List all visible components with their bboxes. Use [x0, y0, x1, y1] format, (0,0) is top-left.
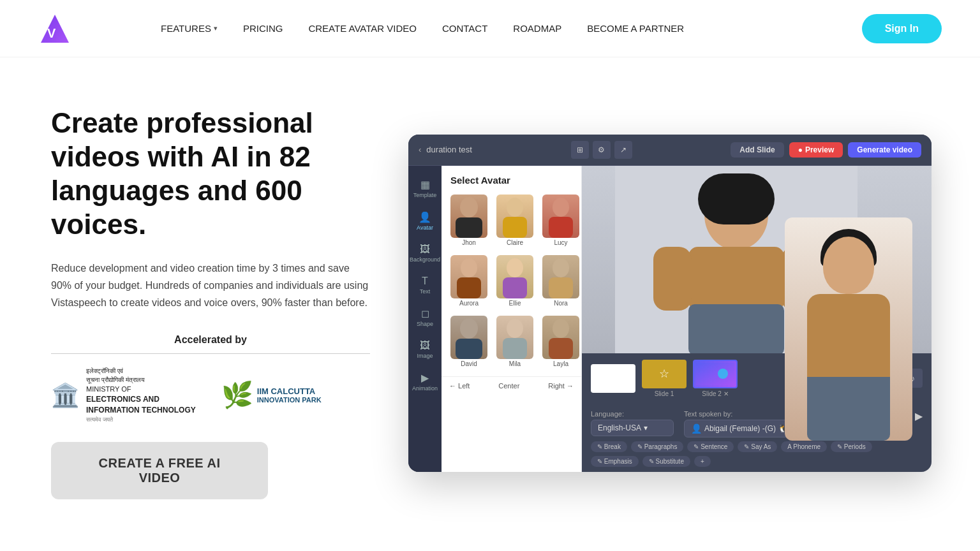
- record-button[interactable]: ▶: [915, 410, 923, 422]
- music-tool-button[interactable]: ♪: [903, 369, 923, 388]
- avatar-name-david: David: [461, 360, 477, 367]
- image-icon: 🖼: [420, 340, 430, 351]
- app-body: ▦ Template 👤 Avatar 🖼 Background T Text: [408, 166, 932, 472]
- svg-rect-17: [503, 338, 527, 359]
- voice-avatar-icon: 👤: [691, 423, 702, 434]
- back-arrow-icon[interactable]: ‹: [419, 145, 421, 154]
- text-tools: ✎ Break ✎ Paragraphs ✎ Sentence ✎ Say As…: [591, 441, 923, 467]
- accelerated-section: Accelerated by 🏛️ इलेक्ट्रॉनिकी एवं सूचन…: [51, 334, 370, 424]
- add-slide-button[interactable]: Add Slide: [731, 142, 783, 158]
- avatar-grid: Jhon Claire Lucy: [442, 192, 581, 376]
- tool-paragraphs[interactable]: ✎ Paragraphs: [631, 441, 683, 452]
- avatar-item-lucy[interactable]: Lucy: [540, 192, 582, 249]
- sidebar-item-text[interactable]: T Text: [411, 270, 439, 300]
- signin-button[interactable]: Sign In: [862, 14, 942, 43]
- shape-icon: ◻: [421, 307, 429, 320]
- language-label: Language:: [591, 410, 674, 418]
- avatar-item-ellie[interactable]: Ellie: [494, 253, 536, 309]
- tool-break[interactable]: ✎ Break: [591, 441, 627, 452]
- nav-create-avatar[interactable]: CREATE AVATAR VIDEO: [308, 23, 416, 34]
- slide-wrapper-1: [591, 364, 635, 393]
- sidebar-item-image[interactable]: 🖼 Image: [411, 335, 439, 364]
- generate-button[interactable]: Generate video: [848, 142, 921, 158]
- avatar-item-aurora[interactable]: Aurora: [448, 253, 490, 309]
- svg-rect-3: [456, 217, 482, 238]
- slide-tools: T ♪: [879, 369, 923, 388]
- avatar-item-layla[interactable]: Layla: [540, 313, 582, 370]
- svg-point-18: [553, 319, 569, 338]
- app-header: ‹ duration test ⊞ ⚙ ↗ Add Slide ● Previe…: [408, 135, 932, 166]
- avatar-item-jhon[interactable]: Jhon: [448, 192, 490, 249]
- logo[interactable]: V: [38, 12, 71, 45]
- hero-right: ‹ duration test ⊞ ⚙ ↗ Add Slide ● Previe…: [408, 135, 932, 472]
- svg-point-12: [553, 258, 569, 277]
- avatar-item-nora[interactable]: Nora: [540, 253, 582, 309]
- position-left-button[interactable]: ← Left: [449, 382, 470, 390]
- sidebar-item-shape[interactable]: ◻ Shape: [411, 302, 439, 332]
- svg-rect-11: [503, 277, 527, 298]
- position-center-button[interactable]: Center: [498, 382, 519, 390]
- avatar-item-claire[interactable]: Claire: [494, 192, 536, 249]
- language-row: Language: English-USA ▾ Text spoken by: …: [591, 410, 923, 437]
- avatar-item-david[interactable]: David: [448, 313, 490, 370]
- avatar-preview: ▶: [582, 166, 932, 353]
- app-sidebar: ▦ Template 👤 Avatar 🖼 Background T Text: [408, 166, 442, 472]
- avatar-video: [615, 166, 858, 353]
- nav-pricing[interactable]: PRICING: [243, 23, 283, 34]
- breadcrumb: duration test: [426, 145, 472, 154]
- sidebar-item-animation[interactable]: ▶ Animation: [411, 367, 439, 397]
- nav-features[interactable]: FEATURES ▾: [161, 23, 218, 34]
- text-tool-button[interactable]: T: [879, 369, 898, 388]
- emblem-icon: 🏛️: [51, 382, 80, 409]
- avatar-name-layla: Layla: [553, 360, 568, 367]
- app-header-left: ‹ duration test: [419, 145, 472, 154]
- tool-periods[interactable]: ✎ Periods: [831, 441, 872, 452]
- preview-button[interactable]: ● Preview: [789, 142, 843, 158]
- nav-roadmap[interactable]: ROADMAP: [513, 23, 561, 34]
- slide-thumbnail-blank[interactable]: [591, 364, 635, 393]
- toolbar-icon-3[interactable]: ↗: [614, 141, 632, 159]
- avatar-thumb-layla: [542, 316, 579, 359]
- chevron-down-icon: ▾: [790, 424, 794, 433]
- svg-point-2: [460, 197, 478, 217]
- tool-substitute[interactable]: ✎ Substitute: [642, 456, 690, 467]
- voice-select[interactable]: 👤 Abigail (Female) -(G) 🐧 ▾: [684, 420, 801, 437]
- main-content: ▶ ☆ Slide 1: [582, 166, 932, 472]
- tool-emphasis[interactable]: ✎ Emphasis: [591, 456, 639, 467]
- avatar-thumb-jhon: [450, 195, 487, 238]
- cta-button[interactable]: CREATE A FREE AI VIDEO: [51, 442, 268, 499]
- sidebar-item-avatar[interactable]: 👤 Avatar: [411, 206, 439, 236]
- nav-partner[interactable]: BECOME A PARTNER: [587, 23, 684, 34]
- slide-thumbnail-1[interactable]: ☆: [642, 360, 687, 388]
- sidebar-item-background[interactable]: 🖼 Background: [411, 239, 439, 268]
- partner-logos: 🏛️ इलेक्ट्रॉनिकी एवं सूचना प्रौद्योगिकी …: [51, 367, 370, 424]
- sidebar-item-template[interactable]: ▦ Template: [411, 173, 439, 203]
- svg-point-6: [553, 198, 569, 217]
- avatar-icon: 👤: [419, 211, 431, 223]
- header: V FEATURES ▾ PRICING CREATE AVATAR VIDEO…: [0, 0, 980, 57]
- tool-sentence[interactable]: ✎ Sentence: [687, 441, 734, 452]
- background-icon: 🖼: [420, 244, 430, 255]
- svg-rect-25: [653, 247, 692, 311]
- toolbar-icon-2[interactable]: ⚙: [593, 141, 611, 159]
- svg-point-4: [507, 198, 523, 217]
- avatar-thumb-claire: [496, 195, 533, 238]
- slide-label-2: Slide 2 ✕: [702, 390, 728, 397]
- avatar-name-jhon: Jhon: [462, 239, 476, 246]
- svg-rect-23: [688, 247, 784, 311]
- avatar-name-lucy: Lucy: [554, 239, 567, 246]
- tool-say-as[interactable]: ✎ Say As: [738, 441, 777, 452]
- tool-more[interactable]: +: [694, 456, 711, 467]
- slide-thumbnail-2[interactable]: [693, 360, 738, 388]
- position-right-button[interactable]: Right →: [548, 382, 574, 390]
- text-panel: Language: English-USA ▾ Text spoken by: …: [582, 404, 932, 472]
- toolbar-icon-1[interactable]: ⊞: [571, 141, 589, 159]
- svg-point-14: [460, 318, 478, 339]
- nav-contact[interactable]: CONTACT: [442, 23, 487, 34]
- play-button[interactable]: ▶: [858, 239, 898, 280]
- avatar-item-mila[interactable]: Mila: [494, 313, 536, 370]
- language-select[interactable]: English-USA ▾: [591, 420, 674, 436]
- svg-point-16: [507, 319, 523, 338]
- tool-phoneme[interactable]: A Phoneme: [781, 441, 827, 452]
- slide-wrapper-3: Slide 2 ✕: [693, 360, 738, 397]
